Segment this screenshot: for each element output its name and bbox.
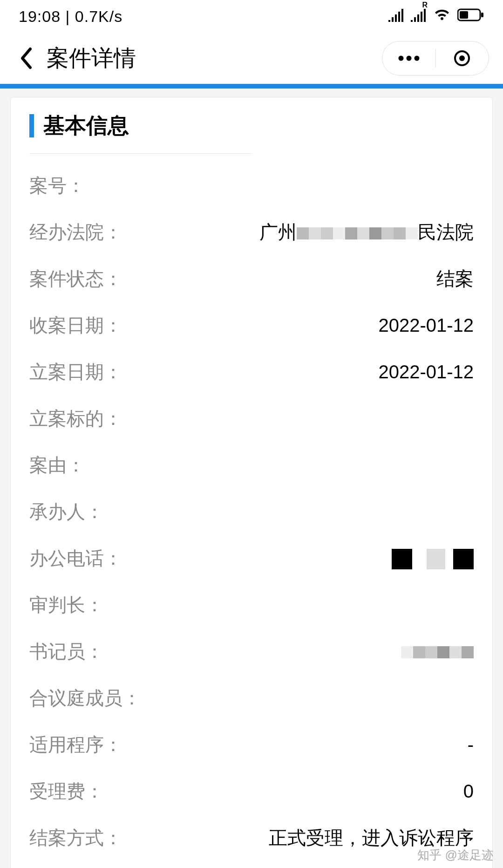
signal-icon: [388, 7, 404, 26]
redacted-clerk: [401, 642, 474, 663]
field-court: 经办法院： 广州民法院: [29, 209, 474, 255]
close-button[interactable]: [436, 41, 489, 75]
watermark: 知乎 @途足迹: [417, 847, 494, 863]
field-label: 收案日期：: [29, 313, 122, 338]
status-speed: 0.7K/s: [75, 7, 122, 25]
field-label: 结案方式：: [29, 825, 122, 851]
court-prefix: 广州: [259, 222, 297, 242]
field-label: 合议庭成员：: [29, 685, 141, 711]
page-title: 案件详情: [47, 43, 136, 73]
section-header: 基本信息: [29, 111, 474, 153]
field-value: 结案: [436, 266, 474, 292]
field-label: 适用程序：: [29, 732, 122, 758]
battery-icon: [457, 7, 484, 26]
field-value: 2022-01-12: [378, 362, 474, 383]
redacted-phone: [453, 549, 474, 569]
navigation-header: 案件详情: [0, 33, 503, 84]
field-value: -: [468, 734, 474, 755]
miniprogram-capsule: [382, 41, 489, 75]
field-phone: 办公电话：: [29, 535, 474, 581]
section-divider: [29, 153, 252, 154]
field-label: 承办人：: [29, 499, 104, 525]
field-close-method: 结案方式： 正式受理，进入诉讼程序: [29, 814, 474, 861]
field-handler: 承办人：: [29, 488, 474, 535]
field-cause: 案由：: [29, 442, 474, 488]
field-label: 案由：: [29, 452, 85, 478]
field-value: 2022-01-12: [378, 315, 474, 336]
wifi-icon: [433, 7, 451, 26]
field-label: 经办法院：: [29, 219, 122, 245]
field-panel: 合议庭成员：: [29, 675, 474, 721]
signal-r-icon: R: [411, 7, 427, 26]
section-title-text: 基本信息: [43, 111, 129, 140]
field-label: 立案日期：: [29, 359, 122, 385]
info-card: 基本信息 案号： 经办法院： 广州民法院 案件状态： 结案 收案日期： 2022…: [10, 97, 493, 868]
svg-point-7: [459, 55, 465, 61]
field-label: 立案标的：: [29, 406, 122, 431]
field-judge: 审判长：: [29, 581, 474, 628]
field-status: 案件状态： 结案: [29, 255, 474, 302]
field-subject: 立案标的：: [29, 395, 474, 442]
status-right: R: [388, 7, 484, 26]
target-icon: [454, 50, 470, 67]
field-procedure: 适用程序： -: [29, 721, 474, 768]
content-area: 基本信息 案号： 经办法院： 广州民法院 案件状态： 结案 收案日期： 2022…: [0, 89, 503, 868]
svg-point-5: [414, 56, 419, 61]
field-clerk: 书记员：: [29, 628, 474, 675]
chevron-left-icon: [19, 47, 33, 70]
field-value: 广州民法院: [259, 219, 474, 245]
field-close-date: 结案日期： 2022-02-10: [29, 861, 474, 868]
court-suffix: 民法院: [418, 222, 474, 242]
status-sep: |: [66, 7, 75, 25]
field-label: 书记员：: [29, 639, 104, 664]
redacted-court: [297, 223, 418, 244]
status-time: 19:08: [19, 7, 61, 25]
menu-button[interactable]: [382, 41, 435, 75]
title-accent-bar: [29, 114, 34, 137]
accent-bar: [0, 84, 503, 89]
back-button[interactable]: [14, 47, 37, 70]
field-filing-date: 立案日期： 2022-01-12: [29, 349, 474, 395]
field-case-no: 案号：: [29, 162, 474, 209]
status-left: 19:08 | 0.7K/s: [19, 7, 122, 26]
field-receive-date: 收案日期： 2022-01-12: [29, 302, 474, 349]
status-bar: 19:08 | 0.7K/s R: [0, 0, 503, 33]
field-label: 受理费：: [29, 779, 104, 804]
svg-point-3: [398, 56, 403, 61]
field-value: [401, 640, 474, 663]
field-fee: 受理费： 0: [29, 768, 474, 814]
field-value: 0: [463, 781, 474, 802]
svg-point-4: [406, 56, 411, 61]
field-label: 案件状态：: [29, 266, 122, 292]
svg-rect-1: [481, 13, 483, 17]
field-label: 案号：: [29, 173, 85, 198]
field-value: [392, 547, 474, 569]
field-label: 办公电话：: [29, 546, 122, 571]
field-label: 审判长：: [29, 592, 104, 618]
redacted-phone: [427, 549, 445, 569]
redacted-phone: [392, 549, 412, 569]
more-icon: [398, 55, 420, 61]
svg-rect-2: [460, 11, 468, 19]
